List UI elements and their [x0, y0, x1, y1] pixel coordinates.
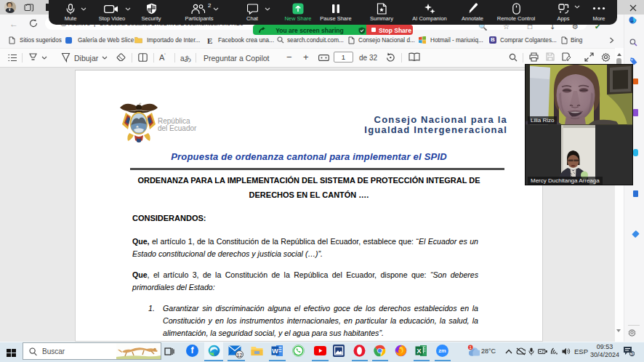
svg-text:5: 5 — [631, 351, 634, 356]
svg-text:W: W — [272, 347, 278, 355]
svg-text:X: X — [416, 347, 422, 355]
